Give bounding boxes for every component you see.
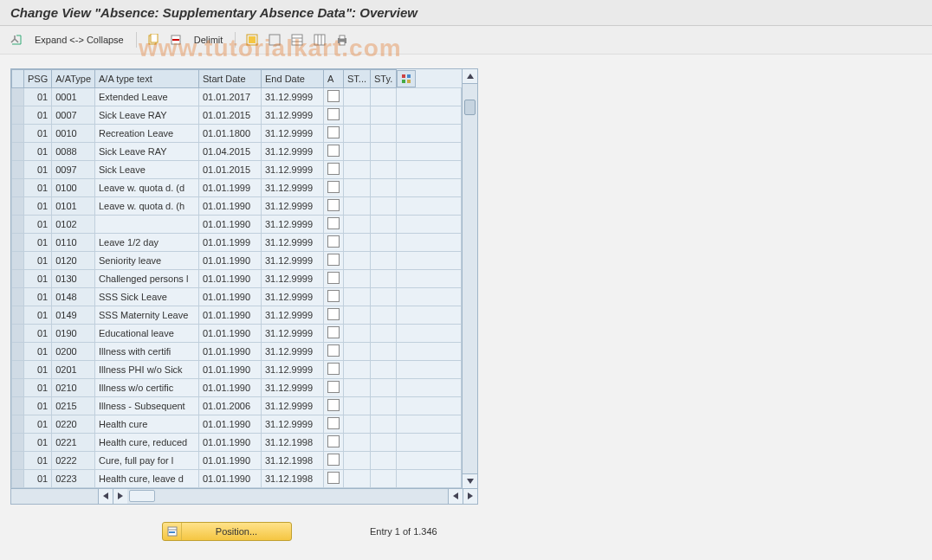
text-cell[interactable]: Sick Leave RAY [95, 142, 199, 160]
row-selector[interactable] [12, 124, 24, 142]
scroll-track[interactable] [463, 84, 477, 473]
text-cell[interactable]: Leave 1/2 day [95, 233, 199, 251]
st-cell[interactable] [344, 342, 371, 360]
end-date-cell[interactable]: 31.12.1998 [262, 469, 324, 487]
checkbox[interactable] [327, 90, 340, 102]
expand-collapse-button[interactable]: Expand <-> Collapse [29, 31, 129, 48]
table-row[interactable]: 010088Sick Leave RAY01.04.201531.12.9999 [12, 142, 462, 160]
sty-cell[interactable] [371, 87, 397, 106]
text-cell[interactable]: Illness - Subsequent [95, 396, 199, 415]
sty-cell[interactable] [371, 196, 397, 215]
sty-cell[interactable] [371, 269, 397, 287]
row-selector[interactable] [12, 87, 24, 106]
end-date-cell[interactable]: 31.12.9999 [262, 87, 324, 106]
a-header[interactable]: A [324, 70, 344, 88]
st-cell[interactable] [344, 451, 371, 469]
sty-cell[interactable] [371, 396, 397, 415]
checkbox[interactable] [327, 344, 340, 357]
checkbox[interactable] [327, 145, 340, 157]
table-row[interactable]: 010010Recreation Leave01.01.180031.12.99… [12, 124, 462, 142]
st-cell[interactable] [344, 215, 371, 233]
row-selector[interactable] [12, 360, 24, 378]
end-date-cell[interactable]: 31.12.9999 [262, 124, 324, 142]
end-date-cell[interactable]: 31.12.9999 [262, 160, 324, 178]
st-cell[interactable] [344, 396, 371, 415]
row-selector[interactable] [12, 469, 24, 487]
text-cell[interactable]: Health cure, reduced [95, 433, 199, 451]
start-date-cell[interactable]: 01.01.1999 [199, 233, 262, 251]
st-cell[interactable] [344, 87, 371, 106]
st-cell[interactable] [344, 360, 371, 378]
table-row[interactable]: 010149SSS Maternity Leave01.01.199031.12… [12, 306, 462, 324]
st-cell[interactable] [344, 196, 371, 215]
scroll-page-button[interactable] [129, 490, 155, 502]
text-cell[interactable]: Illness w/o certific [95, 378, 199, 396]
start-date-cell[interactable]: 01.01.1999 [199, 178, 262, 196]
row-selector[interactable] [12, 106, 24, 124]
scroll-down-button[interactable] [463, 473, 477, 488]
table-row[interactable]: 010215Illness - Subsequent01.01.200631.1… [12, 396, 462, 415]
a-cell[interactable] [324, 287, 344, 306]
scroll-right-button-inner[interactable] [113, 489, 127, 504]
end-date-cell[interactable]: 31.12.9999 [262, 106, 324, 124]
text-cell[interactable]: Leave w. quota d. (h [95, 196, 199, 215]
delimit-button[interactable]: Delimit [189, 31, 229, 48]
row-selector[interactable] [12, 451, 24, 469]
st-cell[interactable] [344, 251, 371, 269]
end-date-cell[interactable]: 31.12.9999 [262, 196, 324, 215]
a-cell[interactable] [324, 415, 344, 433]
sty-cell[interactable] [371, 233, 397, 251]
table-row[interactable]: 010097Sick Leave01.01.201531.12.9999 [12, 160, 462, 178]
start-date-cell[interactable]: 01.01.1990 [199, 324, 262, 342]
a-cell[interactable] [324, 178, 344, 196]
checkbox[interactable] [327, 235, 340, 248]
a-cell[interactable] [324, 451, 344, 469]
scroll-left-button[interactable] [98, 489, 113, 504]
sty-cell[interactable] [371, 324, 397, 342]
table-row[interactable]: 010201Illness PHI w/o Sick01.01.199031.1… [12, 360, 462, 378]
start-date-cell[interactable]: 01.01.1800 [199, 124, 262, 142]
a-cell[interactable] [324, 396, 344, 415]
print-icon[interactable] [333, 31, 352, 48]
sty-cell[interactable] [371, 469, 397, 487]
checkbox[interactable] [327, 290, 340, 302]
st-cell[interactable] [344, 306, 371, 324]
text-cell[interactable]: Illness PHI w/o Sick [95, 360, 199, 378]
scroll-right-end-button[interactable] [463, 489, 477, 504]
row-selector[interactable] [12, 378, 24, 396]
st-cell[interactable] [344, 142, 371, 160]
table-config-button[interactable] [397, 70, 416, 87]
table-icon-2[interactable] [310, 31, 329, 48]
end-date-cell[interactable]: 31.12.9999 [262, 342, 324, 360]
a-cell[interactable] [324, 142, 344, 160]
start-date-cell[interactable]: 01.01.1990 [199, 360, 262, 378]
a-cell[interactable] [324, 269, 344, 287]
checkbox[interactable] [327, 472, 340, 484]
end-date-cell[interactable]: 31.12.9999 [262, 233, 324, 251]
deselect-all-icon[interactable] [265, 31, 284, 48]
row-selector[interactable] [12, 342, 24, 360]
position-button[interactable]: Position... [162, 522, 292, 541]
checkbox[interactable] [327, 126, 340, 138]
end-date-cell[interactable]: 31.12.9999 [262, 396, 324, 415]
row-selector[interactable] [12, 324, 24, 342]
checkbox[interactable] [327, 454, 340, 466]
vertical-scrollbar[interactable] [462, 69, 477, 488]
table-row[interactable]: 010223Health cure, leave d01.01.199031.1… [12, 469, 462, 487]
a-cell[interactable] [324, 87, 344, 106]
text-cell[interactable]: Illness with certifi [95, 342, 199, 360]
a-cell[interactable] [324, 306, 344, 324]
text-cell[interactable]: Cure, full pay for l [95, 451, 199, 469]
scroll-left-end-button[interactable] [448, 489, 463, 504]
a-cell[interactable] [324, 196, 344, 215]
st-cell[interactable] [344, 124, 371, 142]
sty-cell[interactable] [371, 378, 397, 396]
end-date-header[interactable]: End Date [262, 70, 324, 88]
st-cell[interactable] [344, 178, 371, 196]
end-date-cell[interactable]: 31.12.9999 [262, 306, 324, 324]
row-selector[interactable] [12, 196, 24, 215]
copy-icon[interactable] [144, 31, 163, 48]
row-selector[interactable] [12, 306, 24, 324]
a-cell[interactable] [324, 124, 344, 142]
table-row[interactable]: 010200Illness with certifi01.01.199031.1… [12, 342, 462, 360]
